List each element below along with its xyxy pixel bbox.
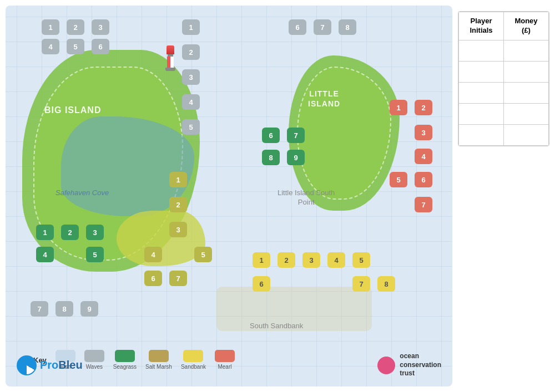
oct-logo: ocean conservation trust <box>377 352 441 378</box>
tile-yellow-3: 3 <box>302 252 320 268</box>
tile-green-l5: 5 <box>86 247 104 262</box>
tile-red-3: 3 <box>415 125 432 140</box>
score-money-1[interactable] <box>504 40 549 61</box>
score-row-2 <box>459 61 549 82</box>
lighthouse-top <box>167 45 174 54</box>
tile-green-l3: 3 <box>86 225 104 240</box>
tile-yellow-6: 6 <box>253 276 270 292</box>
tile-red-2: 2 <box>415 100 432 115</box>
tile-olive-2: 2 <box>169 197 187 212</box>
oct-text: ocean conservation trust <box>400 352 441 378</box>
score-table-inner: PlayerInitials Money(£) <box>458 12 549 146</box>
score-row-4 <box>459 103 549 124</box>
score-money-4[interactable] <box>504 103 549 124</box>
bleu-text: Bleu <box>58 359 82 371</box>
tile-gray-1-2: 2 <box>67 19 84 35</box>
tile-red-6: 6 <box>415 172 432 187</box>
tile-green-m6: 6 <box>262 128 280 143</box>
little-island-label: LITTLEISLAND <box>308 89 340 109</box>
cove-label: Safehaven Cove <box>56 189 109 197</box>
col-player-initials: PlayerInitials <box>459 12 504 40</box>
tile-olive-4: 4 <box>144 247 162 262</box>
tile-green-l1: 1 <box>36 225 54 240</box>
lighthouse-base <box>165 68 175 71</box>
li-south-label: Little Island SouthPoint <box>278 189 335 207</box>
logo-row: ProBleu ocean conservation trust <box>6 352 452 378</box>
score-money-3[interactable] <box>504 82 549 103</box>
tile-gray-2-6: 6 <box>92 39 109 54</box>
tile-green-l2: 2 <box>61 225 79 240</box>
lighthouse-body <box>167 57 174 68</box>
probleu-text: ProBleu <box>40 359 83 371</box>
tile-gray-1-3: 3 <box>92 19 109 35</box>
tile-red-4: 4 <box>415 149 432 164</box>
tile-yellow-1: 1 <box>253 252 270 268</box>
tile-green-m9: 9 <box>287 150 305 165</box>
tile-gray-2-4: 4 <box>42 39 59 54</box>
oct-line2: conservation <box>400 361 441 370</box>
tile-bl-9: 9 <box>80 301 98 317</box>
col-money: Money(£) <box>504 12 549 40</box>
tile-green-m8: 8 <box>262 150 280 165</box>
right-panel: PlayerInitials Money(£) <box>458 6 549 386</box>
oct-line3: trust <box>400 369 441 378</box>
tile-red-5: 5 <box>390 172 407 187</box>
tile-olive-7: 7 <box>169 271 187 286</box>
tile-red-1: 1 <box>390 100 407 115</box>
tile-yellow-2: 2 <box>278 252 295 268</box>
tile-olive-6: 6 <box>144 271 162 286</box>
tile-yellow-8: 8 <box>377 276 395 292</box>
oct-icon <box>377 357 395 374</box>
little-island: LITTLEISLAND <box>289 55 400 211</box>
score-money-5[interactable] <box>504 124 549 145</box>
tile-col-1: 1 <box>182 19 200 35</box>
tile-col-4: 4 <box>182 94 200 110</box>
tile-bl-7: 7 <box>31 301 48 317</box>
tile-tr-7: 7 <box>314 19 331 35</box>
tile-col-3: 3 <box>182 69 200 85</box>
tile-col-2: 2 <box>182 44 200 60</box>
score-initials-5[interactable] <box>459 124 504 145</box>
probleu-logo: ProBleu <box>17 355 83 375</box>
score-row-1 <box>459 40 549 61</box>
score-initials-1[interactable] <box>459 40 504 61</box>
score-row-5 <box>459 124 549 145</box>
tile-green-l4: 4 <box>36 247 54 262</box>
score-initials-2[interactable] <box>459 61 504 82</box>
tile-olive-5: 5 <box>194 247 212 262</box>
score-initials-4[interactable] <box>459 103 504 124</box>
score-row-3 <box>459 82 549 103</box>
probleu-icon <box>17 355 37 375</box>
tile-olive-1: 1 <box>169 172 187 187</box>
south-sandbank-label: South Sandbank <box>250 322 303 331</box>
tile-bl-8: 8 <box>56 301 73 317</box>
tile-green-m7: 7 <box>287 128 305 143</box>
pro-text: Pro <box>40 359 58 371</box>
big-island-label: BIG ISLAND <box>44 105 101 115</box>
oct-line1: ocean <box>400 352 441 361</box>
tile-col-5: 5 <box>182 119 200 135</box>
tile-yellow-4: 4 <box>327 252 345 268</box>
main-container: BIG ISLAND LITTLEISLAND Safehaven Cove S… <box>0 0 555 392</box>
tile-yellow-5: 5 <box>352 252 370 268</box>
tile-gray-2-5: 5 <box>67 39 84 54</box>
score-table: PlayerInitials Money(£) <box>458 11 549 146</box>
tile-red-7: 7 <box>415 197 432 212</box>
score-money-2[interactable] <box>504 61 549 82</box>
tile-olive-3: 3 <box>169 222 187 237</box>
tile-yellow-7: 7 <box>352 276 370 292</box>
tile-tr-8: 8 <box>339 19 356 35</box>
score-initials-3[interactable] <box>459 82 504 103</box>
tile-gray-1-1: 1 <box>42 19 59 35</box>
map-area: BIG ISLAND LITTLEISLAND Safehaven Cove S… <box>6 6 452 386</box>
tile-tr-6: 6 <box>289 19 306 35</box>
lighthouse <box>164 45 177 73</box>
